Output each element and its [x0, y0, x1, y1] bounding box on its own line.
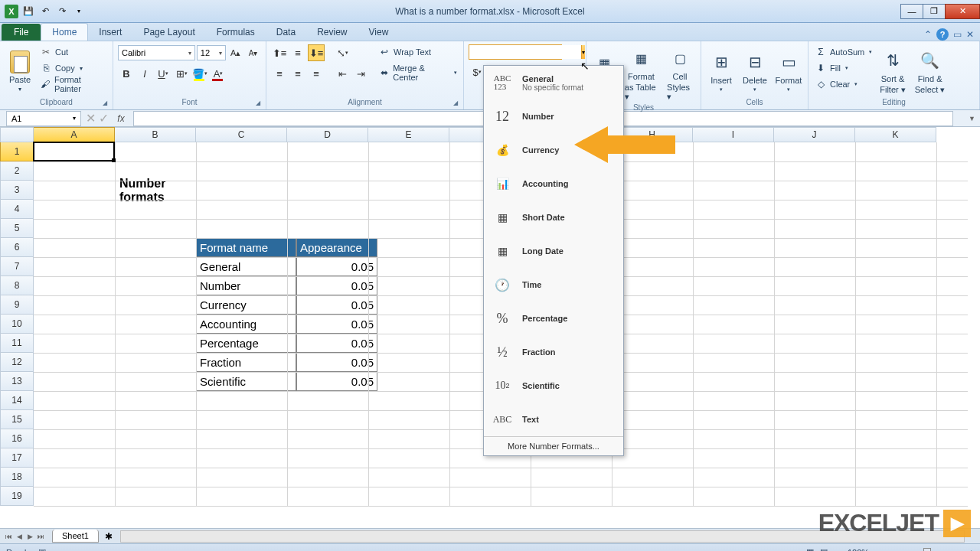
- col-header[interactable]: E: [368, 127, 449, 142]
- redo-icon[interactable]: ↷: [55, 5, 69, 18]
- dropdown-item-accounting[interactable]: 📊 Accounting: [484, 167, 623, 201]
- merge-center-button[interactable]: ⬌Merge & Center▾: [377, 65, 459, 80]
- format-cells-button[interactable]: ▭Format▾: [773, 44, 804, 98]
- dropdown-item-long-date[interactable]: ▦ Long Date: [484, 234, 623, 268]
- row-header[interactable]: 7: [0, 257, 34, 276]
- row-header[interactable]: 4: [0, 200, 34, 219]
- align-top-icon[interactable]: ⬆≡: [271, 44, 288, 61]
- align-center-icon[interactable]: ≡: [289, 65, 306, 82]
- col-header[interactable]: D: [287, 127, 368, 142]
- font-color-button[interactable]: A▾: [210, 65, 227, 82]
- tab-page-layout[interactable]: Page Layout: [132, 24, 205, 41]
- row-header[interactable]: 2: [0, 161, 34, 181]
- row-header[interactable]: 5: [0, 219, 34, 238]
- dropdown-item-text[interactable]: ABC Text: [484, 403, 623, 436]
- dropdown-item-general[interactable]: ABC123 GeneralNo specific format: [484, 66, 623, 99]
- row-header[interactable]: 19: [0, 487, 34, 506]
- row-header[interactable]: 3: [0, 181, 34, 200]
- row-header[interactable]: 6: [0, 238, 34, 257]
- sheet-tab-active[interactable]: Sheet1: [52, 530, 99, 543]
- zoom-out-icon[interactable]: −: [875, 548, 880, 552]
- font-name-combo[interactable]: Calibri▾: [118, 45, 195, 60]
- dropdown-item-fraction[interactable]: ½ Fraction: [484, 335, 623, 369]
- row-header[interactable]: 1: [0, 142, 34, 161]
- macro-record-icon[interactable]: ▣: [38, 547, 46, 551]
- font-size-combo[interactable]: 12▾: [197, 45, 226, 60]
- copy-button[interactable]: ⎘Copy▾: [38, 60, 108, 76]
- dropdown-item-percentage[interactable]: % Percentage: [484, 302, 623, 335]
- row-header[interactable]: 8: [0, 276, 34, 295]
- clipboard-launcher-icon[interactable]: ◢: [103, 99, 110, 107]
- cancel-formula-icon[interactable]: ✕: [86, 111, 96, 126]
- underline-button[interactable]: U▾: [155, 65, 172, 82]
- view-page-layout-icon[interactable]: ▤: [820, 547, 828, 551]
- cut-button[interactable]: ✂Cut: [38, 44, 108, 60]
- window-close-inner-icon[interactable]: ✕: [966, 29, 974, 40]
- qat-more-icon[interactable]: ▾: [72, 5, 86, 18]
- tab-data[interactable]: Data: [266, 24, 306, 41]
- increase-indent-icon[interactable]: ⇥: [352, 65, 369, 82]
- sheet-next-icon[interactable]: ▶: [24, 533, 35, 540]
- row-header[interactable]: 9: [0, 295, 34, 315]
- dropdown-more-formats[interactable]: More Number Formats...: [484, 436, 623, 455]
- dropdown-item-short-date[interactable]: ▦ Short Date: [484, 201, 623, 234]
- clear-button[interactable]: ◇Clear▾: [813, 77, 874, 92]
- tab-view[interactable]: View: [358, 24, 400, 41]
- sheet-first-icon[interactable]: ⏮: [3, 533, 14, 540]
- undo-icon[interactable]: ↶: [38, 5, 52, 18]
- find-select-button[interactable]: 🔍Find &Select ▾: [912, 44, 949, 98]
- enter-formula-icon[interactable]: ✓: [99, 111, 109, 126]
- insert-cells-button[interactable]: ⊞Insert▾: [706, 44, 737, 98]
- name-box[interactable]: A1▾: [6, 111, 81, 126]
- decrease-font-icon[interactable]: A▾: [245, 44, 261, 61]
- number-format-combo[interactable]: ▾: [469, 44, 562, 60]
- decrease-indent-icon[interactable]: ⇤: [334, 65, 351, 82]
- minimize-ribbon-icon[interactable]: ⌃: [924, 29, 932, 40]
- row-header[interactable]: 14: [0, 391, 34, 410]
- help-icon[interactable]: ?: [936, 28, 949, 41]
- active-cell[interactable]: [33, 142, 115, 161]
- sort-filter-button[interactable]: ⇅Sort &Filter ▾: [877, 44, 909, 98]
- sheet-last-icon[interactable]: ⏭: [35, 533, 46, 540]
- delete-cells-button[interactable]: ⊟Delete▾: [740, 44, 770, 98]
- expand-formula-icon[interactable]: ▼: [969, 115, 975, 122]
- zoom-in-icon[interactable]: +: [969, 548, 974, 552]
- wrap-text-button[interactable]: ↩Wrap Text: [377, 44, 459, 60]
- tab-home[interactable]: Home: [41, 23, 88, 41]
- row-header[interactable]: 18: [0, 468, 34, 487]
- paste-dropdown-icon[interactable]: ▾: [18, 86, 21, 93]
- align-middle-icon[interactable]: ≡: [289, 44, 306, 61]
- font-launcher-icon[interactable]: ◢: [256, 99, 263, 107]
- row-header[interactable]: 11: [0, 334, 34, 353]
- view-normal-icon[interactable]: ▦: [806, 547, 814, 551]
- row-header[interactable]: 16: [0, 429, 34, 448]
- orientation-icon[interactable]: ⤡▾: [334, 44, 351, 61]
- alignment-launcher-icon[interactable]: ◢: [453, 99, 461, 107]
- row-header[interactable]: 10: [0, 315, 34, 334]
- fx-icon[interactable]: fx: [113, 113, 129, 124]
- align-bottom-icon[interactable]: ⬇≡: [308, 44, 325, 61]
- italic-button[interactable]: I: [136, 65, 153, 82]
- number-format-dropdown-button[interactable]: ▾: [581, 45, 585, 59]
- tab-formulas[interactable]: Formulas: [206, 24, 266, 41]
- zoom-level[interactable]: 120%: [848, 548, 869, 552]
- row-header[interactable]: 15: [0, 410, 34, 429]
- col-header[interactable]: C: [196, 127, 287, 142]
- minimize-button[interactable]: —: [900, 4, 923, 19]
- tab-file[interactable]: File: [2, 24, 41, 41]
- autosum-button[interactable]: ΣAutoSum▾: [813, 44, 874, 60]
- new-sheet-icon[interactable]: ✱: [105, 531, 113, 542]
- sheet-prev-icon[interactable]: ◀: [14, 533, 24, 540]
- tab-insert[interactable]: Insert: [88, 24, 132, 41]
- dropdown-item-time[interactable]: 🕐 Time: [484, 268, 623, 302]
- increase-font-icon[interactable]: A▴: [227, 44, 243, 61]
- dropdown-item-scientific[interactable]: 102 Scientific: [484, 369, 623, 403]
- bold-button[interactable]: B: [118, 65, 135, 82]
- save-icon[interactable]: 💾: [21, 5, 35, 18]
- col-header[interactable]: A: [34, 127, 115, 142]
- format-painter-button[interactable]: 🖌Format Painter: [38, 77, 108, 92]
- window-restore-icon[interactable]: ▭: [953, 29, 962, 40]
- tab-review[interactable]: Review: [306, 24, 358, 41]
- col-header[interactable]: K: [855, 127, 936, 142]
- row-header[interactable]: 13: [0, 372, 34, 391]
